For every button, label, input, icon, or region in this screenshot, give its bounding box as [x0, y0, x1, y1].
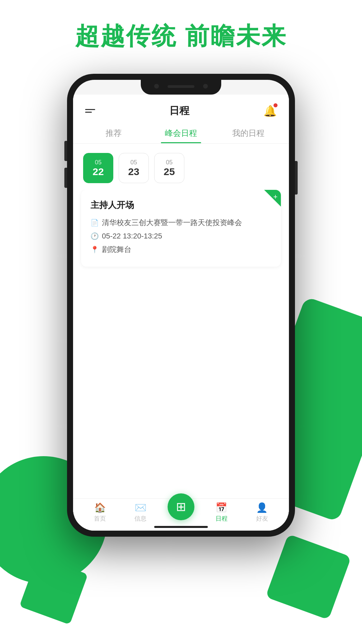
event-detail-doc: 📄 清华校友三创大赛暨一带一路天使投资峰会 — [90, 218, 272, 228]
front-camera-left — [154, 84, 159, 89]
date-item-0[interactable]: 05 22 — [83, 153, 113, 183]
menu-line-1 — [85, 109, 95, 110]
tagline: 超越传统 前瞻未来 — [0, 20, 362, 52]
document-icon: 📄 — [90, 219, 99, 227]
date-month-0: 05 — [95, 159, 102, 166]
tab-mine[interactable]: 我的日程 — [215, 123, 282, 143]
page-title: 日程 — [169, 104, 189, 118]
event-title-0: 主持人开场 — [90, 199, 272, 211]
event-detail-location: 📍 剧院舞台 — [90, 245, 272, 255]
date-month-1: 05 — [130, 159, 137, 166]
event-event-name: 清华校友三创大赛暨一带一路天使投资峰会 — [102, 218, 242, 228]
date-month-2: 05 — [166, 159, 173, 166]
date-day-2: 25 — [164, 166, 175, 177]
nav-schedule[interactable]: 📅 日程 — [201, 502, 242, 523]
front-camera-right — [203, 84, 208, 89]
nav-friends-label: 好友 — [256, 515, 268, 523]
nav-message-label: 信息 — [134, 515, 146, 523]
tab-recommend[interactable]: 推荐 — [80, 123, 147, 143]
nav-qr: ⊞ — [161, 503, 201, 522]
events-area: + 主持人开场 📄 清华校友三创大赛暨一带一路天使投资峰会 🕐 05-22 13… — [73, 190, 289, 498]
notification-button[interactable]: 🔔 — [263, 105, 277, 117]
mail-icon: ✉️ — [135, 502, 146, 513]
nav-message[interactable]: ✉️ 信息 — [120, 502, 161, 523]
date-item-2[interactable]: 05 25 — [154, 153, 184, 183]
volume-up-button — [64, 141, 67, 161]
date-item-1[interactable]: 05 23 — [119, 153, 149, 183]
home-indicator — [154, 526, 208, 528]
home-icon: 🏠 — [94, 502, 106, 513]
event-detail-time: 🕐 05-22 13:20-13:25 — [90, 232, 272, 240]
app-content: 日程 🔔 推荐 峰会日程 我的日程 05 22 05 — [73, 95, 289, 531]
nav-friends[interactable]: 👤 好友 — [242, 502, 282, 523]
qr-icon: ⊞ — [176, 500, 186, 514]
friends-icon: 👤 — [256, 502, 268, 513]
phone-frame: 日程 🔔 推荐 峰会日程 我的日程 05 22 05 — [67, 74, 295, 537]
calendar-icon: 📅 — [216, 502, 227, 513]
menu-button[interactable] — [85, 109, 95, 113]
date-selector: 05 22 05 23 05 25 — [73, 144, 289, 190]
location-icon: 📍 — [90, 246, 99, 254]
power-button — [295, 161, 298, 195]
tab-summit[interactable]: 峰会日程 — [147, 123, 215, 143]
phone-screen: 日程 🔔 推荐 峰会日程 我的日程 05 22 05 — [73, 80, 289, 531]
menu-line-2 — [85, 112, 92, 113]
date-day-0: 22 — [93, 166, 104, 177]
header: 日程 🔔 — [73, 95, 289, 123]
tab-bar: 推荐 峰会日程 我的日程 — [73, 123, 289, 144]
notification-badge — [274, 103, 278, 107]
event-time: 05-22 13:20-13:25 — [102, 232, 162, 240]
nav-home-label: 首页 — [94, 515, 106, 523]
nav-home[interactable]: 🏠 首页 — [80, 502, 120, 523]
date-day-1: 23 — [128, 166, 139, 177]
bg-shape-right-bottom — [265, 534, 351, 620]
notch — [141, 80, 221, 95]
volume-down-button — [64, 168, 67, 188]
nav-schedule-label: 日程 — [216, 515, 228, 523]
add-icon[interactable]: + — [273, 193, 278, 201]
event-venue: 剧院舞台 — [102, 245, 131, 255]
event-card-0[interactable]: + 主持人开场 📄 清华校友三创大赛暨一带一路天使投资峰会 🕐 05-22 13… — [81, 190, 281, 267]
speaker — [168, 85, 194, 88]
clock-icon: 🕐 — [90, 232, 99, 240]
qr-button[interactable]: ⊞ — [168, 493, 194, 520]
